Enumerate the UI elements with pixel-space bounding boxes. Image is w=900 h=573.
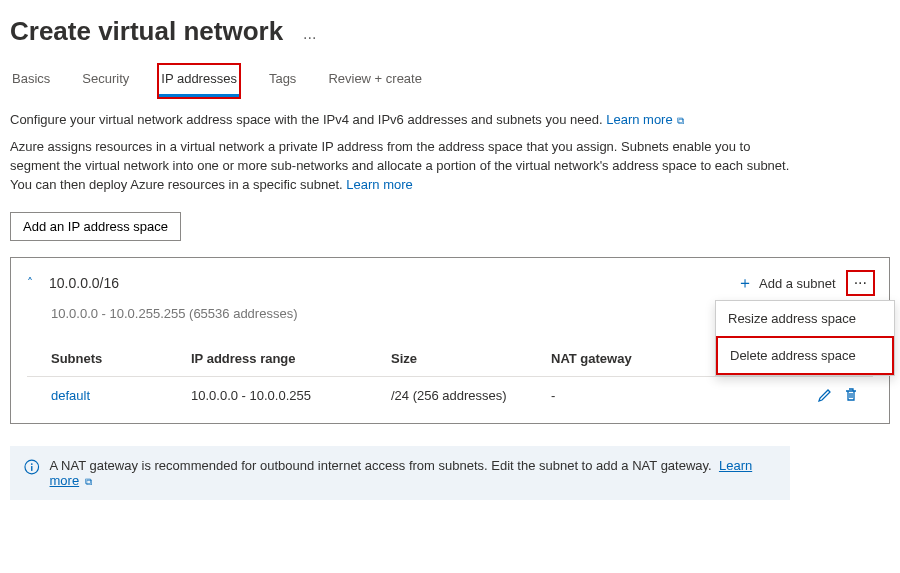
edit-icon[interactable] [817, 387, 833, 403]
subnet-size: /24 (256 addresses) [391, 388, 551, 403]
tab-bar: Basics Security IP addresses Tags Review… [10, 65, 890, 97]
subnet-name-link[interactable]: default [51, 388, 191, 403]
external-link-icon: ⧉ [675, 115, 685, 126]
info-text: A NAT gateway is recommended for outboun… [50, 458, 712, 473]
info-banner: A NAT gateway is recommended for outboun… [10, 446, 790, 500]
table-row: default 10.0.0.0 - 10.0.0.255 /24 (256 a… [27, 377, 873, 413]
tab-basics[interactable]: Basics [10, 65, 52, 97]
cidr-label: 10.0.0.0/16 [49, 275, 119, 291]
svg-point-1 [31, 464, 33, 466]
description-2: Azure assigns resources in a virtual net… [10, 138, 790, 195]
collapse-chevron-icon[interactable]: ˄ [27, 276, 41, 290]
context-menu: Resize address space Delete address spac… [715, 300, 895, 376]
header-more-icon[interactable]: ··· [297, 27, 322, 49]
tab-security[interactable]: Security [80, 65, 131, 97]
col-size: Size [391, 351, 551, 366]
tab-review-create[interactable]: Review + create [326, 65, 424, 97]
info-icon [24, 459, 40, 475]
add-ip-space-button[interactable]: Add an IP address space [10, 212, 181, 241]
plus-icon: ＋ [737, 273, 753, 294]
address-space-card: ˄ 10.0.0.0/16 ＋ Add a subnet ··· Resize … [10, 257, 890, 424]
delete-icon[interactable] [843, 387, 859, 403]
tab-ip-addresses[interactable]: IP addresses [159, 65, 239, 97]
col-nat: NAT gateway [551, 351, 691, 366]
svg-rect-2 [31, 466, 32, 471]
col-range: IP address range [191, 351, 391, 366]
subnet-range: 10.0.0.0 - 10.0.0.255 [191, 388, 391, 403]
space-more-menu-button[interactable]: ··· [848, 272, 873, 294]
tab-tags[interactable]: Tags [267, 65, 298, 97]
description-1: Configure your virtual network address s… [10, 111, 790, 130]
add-subnet-button[interactable]: ＋ Add a subnet [737, 273, 836, 294]
learn-more-link-2[interactable]: Learn more [346, 177, 412, 192]
add-subnet-label: Add a subnet [759, 276, 836, 291]
col-subnets: Subnets [51, 351, 191, 366]
learn-more-link-1[interactable]: Learn more ⧉ [606, 112, 684, 127]
external-link-icon: ⧉ [85, 476, 92, 487]
menu-resize-address-space[interactable]: Resize address space [716, 301, 894, 336]
page-title: Create virtual network [10, 16, 283, 47]
subnet-nat: - [551, 388, 691, 403]
menu-delete-address-space[interactable]: Delete address space [718, 338, 892, 373]
